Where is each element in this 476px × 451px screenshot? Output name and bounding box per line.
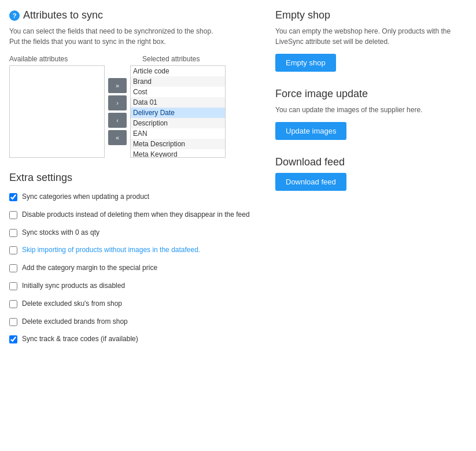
sync-categories-checkbox[interactable] [9, 193, 17, 201]
skip-images-label: Skip importing of products without image… [22, 245, 200, 255]
empty-shop-title: Empty shop [275, 9, 467, 21]
attribute-column-labels: Available attributes Selected attributes [9, 55, 252, 63]
disable-products-checkbox[interactable] [9, 211, 17, 219]
extra-settings-title: Extra settings [9, 172, 252, 184]
checkbox-delete-sku: Delete excluded sku's from shop [9, 299, 252, 309]
force-image-update-section: Force image update You can update the im… [275, 88, 467, 140]
category-margin-checkbox[interactable] [9, 264, 17, 272]
checkbox-sync-categories: Sync categories when updating a product [9, 192, 252, 202]
sync-track-checkbox[interactable] [9, 335, 17, 343]
delete-sku-checkbox[interactable] [9, 300, 17, 308]
empty-shop-description: You can empty the webshop here. Only pro… [275, 26, 467, 47]
help-icon[interactable]: ? [9, 10, 20, 21]
attributes-section-title: ? Attributes to sync [9, 9, 252, 21]
attributes-boxes-container: » › ‹ « Article code Brand Cost Data 01 … [9, 65, 252, 158]
sync-disabled-checkbox[interactable] [9, 282, 17, 290]
sync-categories-label: Sync categories when updating a product [22, 192, 149, 202]
checkbox-sync-stocks: Sync stocks with 0 as qty [9, 228, 252, 238]
move-all-left-button[interactable]: « [108, 130, 127, 145]
list-item[interactable]: Article code [131, 66, 225, 76]
download-feed-button[interactable]: Download feed [275, 173, 346, 191]
category-margin-label: Add the category margin to the special p… [22, 263, 157, 273]
force-image-update-title: Force image update [275, 88, 467, 100]
checkbox-sync-track: Sync track & trace codes (if available) [9, 334, 252, 344]
skip-images-checkbox[interactable] [9, 246, 17, 254]
sync-disabled-label: Initially sync products as disabled [22, 281, 125, 291]
selected-attributes-listbox[interactable]: Article code Brand Cost Data 01 Delivery… [130, 65, 226, 158]
available-attributes-select[interactable] [10, 66, 104, 157]
checkbox-sync-disabled: Initially sync products as disabled [9, 281, 252, 291]
checkbox-disable-products: Disable products instead of deleting the… [9, 210, 252, 220]
checkbox-skip-images: Skip importing of products without image… [9, 245, 252, 255]
disable-products-label: Disable products instead of deleting the… [22, 210, 250, 220]
move-all-right-button[interactable]: » [108, 78, 127, 93]
sync-stocks-checkbox[interactable] [9, 229, 17, 237]
list-item[interactable]: Meta Keyword [131, 149, 225, 158]
list-item[interactable]: Description [131, 118, 225, 128]
list-item[interactable]: Meta Description [131, 139, 225, 149]
delete-brands-label: Delete excluded brands from shop [22, 317, 128, 327]
list-item[interactable]: Cost [131, 87, 225, 97]
attributes-to-sync-section: ? Attributes to sync You can select the … [9, 9, 252, 158]
list-item[interactable]: Delivery Date [131, 108, 225, 118]
update-images-button[interactable]: Update images [275, 122, 346, 140]
list-item[interactable]: EAN [131, 128, 225, 139]
download-feed-section: Download feed Download feed [275, 156, 467, 191]
delete-sku-label: Delete excluded sku's from shop [22, 299, 122, 309]
move-buttons-group: » › ‹ « [108, 78, 127, 145]
attributes-description: You can select the fields that need to b… [9, 26, 252, 47]
attributes-title-text: Attributes to sync [23, 9, 103, 21]
list-item[interactable]: Data 01 [131, 97, 225, 108]
empty-shop-section: Empty shop You can empty the webshop her… [275, 9, 467, 72]
empty-shop-button[interactable]: Empty shop [275, 54, 336, 72]
checkbox-delete-brands: Delete excluded brands from shop [9, 317, 252, 327]
move-left-button[interactable]: ‹ [108, 113, 127, 128]
available-attributes-listbox[interactable] [9, 65, 105, 158]
selected-attributes-label: Selected attributes [142, 55, 200, 63]
force-image-update-description: You can update the images of the supplie… [275, 105, 467, 115]
checkbox-category-margin: Add the category margin to the special p… [9, 263, 252, 273]
extra-settings-section: Extra settings Sync categories when upda… [9, 172, 252, 344]
move-right-button[interactable]: › [108, 95, 127, 110]
sync-track-label: Sync track & trace codes (if available) [22, 334, 138, 344]
list-item[interactable]: Brand [131, 76, 225, 87]
download-feed-title: Download feed [275, 156, 467, 168]
delete-brands-checkbox[interactable] [9, 318, 17, 326]
sync-stocks-label: Sync stocks with 0 as qty [22, 228, 99, 238]
available-attributes-label: Available attributes [9, 55, 113, 63]
